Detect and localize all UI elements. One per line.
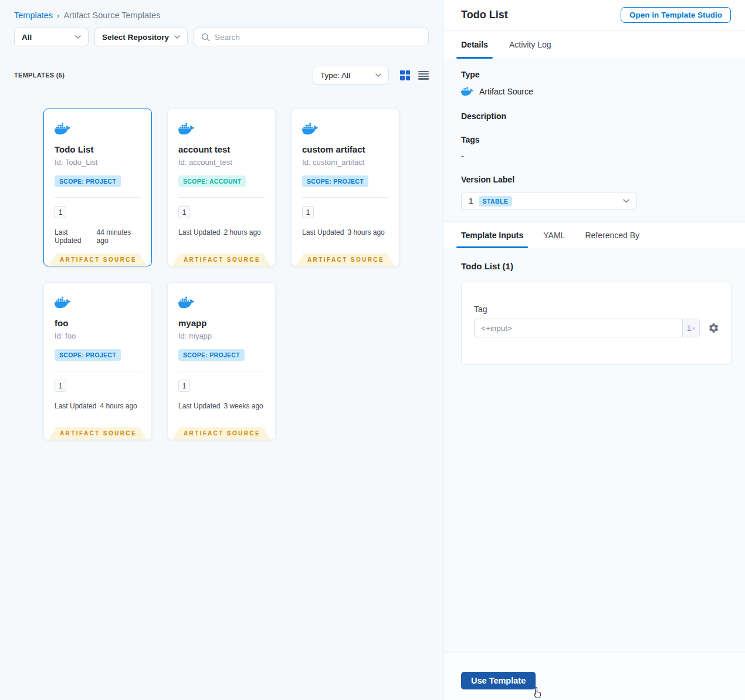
template-card-title: account test — [178, 144, 265, 154]
filter-row: All Select Repository — [14, 28, 429, 46]
breadcrumb-separator-icon: › — [57, 11, 59, 20]
version-count-chip: 1 — [178, 380, 190, 392]
template-cards-grid: Todo List Id: Todo_List SCOPE: PROJECT 1… — [0, 109, 443, 440]
stable-badge: STABLE — [479, 196, 513, 207]
template-card-id: Id: foo — [55, 332, 141, 340]
tab-template-inputs[interactable]: Template Inputs — [461, 222, 523, 248]
chevron-down-icon — [375, 73, 381, 77]
chevron-down-icon — [75, 35, 81, 39]
template-card-id: Id: custom_artifact — [302, 158, 388, 167]
template-card-foo[interactable]: foo Id: foo SCOPE: PROJECT 1 Last Update… — [43, 282, 152, 440]
description-label: Description — [461, 111, 731, 121]
template-card-id: Id: myapp — [178, 332, 265, 340]
last-updated: Last Updated3 hours ago — [302, 228, 388, 236]
docker-whale-icon — [302, 121, 318, 137]
artifact-source-ribbon: ARTIFACT SOURCE — [49, 253, 147, 266]
grid-view-icon[interactable] — [400, 70, 410, 80]
docker-whale-icon — [55, 295, 70, 310]
details-section: Type Artifact Source Description Tags - … — [443, 59, 745, 221]
template-card-myapp[interactable]: myapp Id: myapp SCOPE: PROJECT 1 Last Up… — [167, 282, 276, 440]
template-card-account-test[interactable]: account test Id: account_test SCOPE: ACC… — [167, 109, 276, 266]
chevron-down-icon — [174, 35, 180, 39]
inputs-section-title: Todo List (1) — [461, 261, 731, 271]
scope-badge: SCOPE: PROJECT — [55, 349, 121, 361]
use-template-button[interactable]: Use Template — [461, 672, 536, 689]
chevron-down-icon — [623, 199, 629, 203]
last-updated: Last Updated4 hours ago — [55, 402, 141, 410]
tag-input[interactable] — [475, 319, 682, 337]
tags-label: Tags — [461, 135, 731, 144]
breadcrumb: Templates › Artifact Source Templates — [0, 0, 443, 20]
version-count-chip: 1 — [55, 380, 66, 392]
template-card-id: Id: Todo_List — [55, 158, 141, 167]
version-select-dropdown[interactable]: 1 STABLE — [461, 192, 637, 210]
scope-badge: SCOPE: PROJECT — [55, 175, 121, 187]
type-label: Type — [461, 70, 731, 79]
details-tabs: Details Activity Log — [443, 31, 745, 59]
version-value: 1 — [469, 197, 473, 205]
tag-input-wrap: Σx — [474, 319, 700, 337]
version-count-chip: 1 — [178, 206, 190, 218]
template-card-title: foo — [55, 318, 141, 328]
breadcrumb-templates-link[interactable]: Templates — [14, 11, 53, 20]
templates-count-label: TEMPLATES (5) — [14, 72, 65, 79]
breadcrumb-current: Artifact Source Templates — [63, 11, 160, 20]
scope-filter-value: All — [22, 33, 32, 42]
last-updated: Last Updated3 weeks ago — [178, 402, 265, 410]
template-card-custom-artifact[interactable]: custom artifact Id: custom_artifact SCOP… — [291, 109, 399, 266]
last-updated: Last Updated2 hours ago — [178, 228, 265, 236]
docker-whale-icon — [55, 121, 70, 137]
repository-filter-value: Select Repository — [102, 33, 169, 42]
scope-badge: SCOPE: ACCOUNT — [178, 175, 246, 187]
tab-yaml[interactable]: YAML — [543, 222, 565, 248]
type-value: Artifact Source — [479, 87, 533, 96]
templates-list-panel: Templates › Artifact Source Templates Al… — [0, 0, 443, 700]
panel-footer: Use Template — [443, 652, 745, 700]
type-filter-dropdown[interactable]: Type: All — [313, 66, 389, 84]
template-card-title: myapp — [178, 318, 265, 328]
version-count-chip: 1 — [55, 206, 66, 218]
gear-icon[interactable] — [708, 322, 719, 334]
scope-badge: SCOPE: PROJECT — [178, 349, 245, 361]
template-card-title: Todo List — [55, 144, 141, 154]
template-card-todo-list[interactable]: Todo List Id: Todo_List SCOPE: PROJECT 1… — [43, 109, 152, 266]
panel-title: Todo List — [461, 9, 508, 21]
version-label: Version Label — [461, 175, 731, 184]
templates-list-header: TEMPLATES (5) Type: All — [14, 66, 429, 84]
version-count-chip: 1 — [302, 206, 314, 218]
artifact-source-ribbon: ARTIFACT SOURCE — [296, 253, 395, 266]
open-in-template-studio-button[interactable]: Open in Template Studio — [621, 7, 731, 23]
search-icon — [201, 33, 210, 42]
search-box — [194, 28, 429, 46]
type-filter-value: Type: All — [320, 71, 350, 80]
template-card-id: Id: account_test — [178, 158, 265, 167]
list-view-icon[interactable] — [418, 71, 429, 80]
template-card-title: custom artifact — [302, 144, 388, 154]
docker-whale-icon — [461, 85, 473, 97]
tab-details[interactable]: Details — [461, 31, 488, 59]
hand-pointer-cursor — [531, 686, 543, 699]
tab-activity-log[interactable]: Activity Log — [509, 31, 551, 59]
docker-whale-icon — [178, 121, 194, 137]
scope-badge: SCOPE: PROJECT — [302, 175, 368, 187]
template-inputs-card: Tag Σx — [461, 282, 732, 365]
tag-field-label: Tag — [474, 305, 719, 314]
tags-value: - — [461, 151, 731, 161]
template-details-panel: Todo List Open in Template Studio Detail… — [443, 0, 745, 700]
template-inputs-section: Todo List (1) Tag Σx — [443, 248, 745, 652]
artifact-source-ribbon: ARTIFACT SOURCE — [172, 427, 271, 439]
template-content-tabs: Template Inputs YAML Referenced By — [443, 221, 745, 248]
docker-whale-icon — [178, 295, 194, 310]
tab-referenced-by[interactable]: Referenced By — [585, 222, 639, 248]
artifact-source-ribbon: ARTIFACT SOURCE — [172, 253, 271, 266]
scope-filter-dropdown[interactable]: All — [14, 28, 89, 46]
expression-sigma-icon[interactable]: Σx — [682, 319, 699, 337]
search-input[interactable] — [215, 33, 421, 42]
repository-filter-dropdown[interactable]: Select Repository — [94, 28, 188, 46]
artifact-source-ribbon: ARTIFACT SOURCE — [49, 427, 147, 439]
last-updated: Last Updated44 minutes ago — [55, 228, 141, 245]
details-panel-header: Todo List Open in Template Studio — [443, 0, 745, 31]
